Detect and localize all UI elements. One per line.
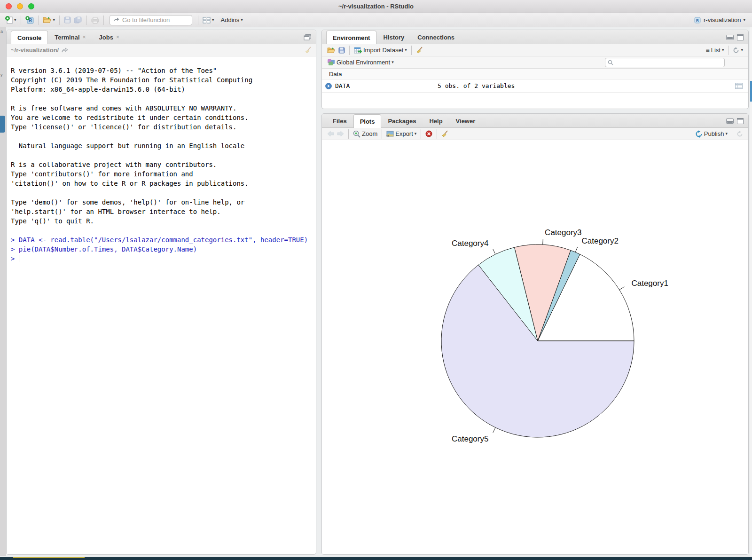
console-output-line: Platform: x86_64-apple-darwin15.6.0 (64-… [11,85,312,94]
tab-help[interactable]: Help [423,114,449,127]
tab-label: Jobs [99,34,113,41]
console-output-line [11,132,312,141]
working-directory: ~/r-visualization/ [11,47,59,54]
new-project-icon: R [25,16,34,24]
console-output[interactable]: R version 3.6.1 (2019-07-05) -- "Action … [7,56,316,263]
list-label: List [711,47,721,54]
expand-object-icon[interactable] [325,83,332,89]
save-workspace-button[interactable] [337,46,346,55]
environment-scope-selector[interactable]: Global Environment ▾ [326,58,395,67]
background-text-fragment: y [0,72,3,77]
pie-label-tick [575,247,578,252]
project-name: r-visualization [704,16,741,24]
workspace-panes-button[interactable]: ▾ [201,16,216,24]
addins-label: Addins [221,16,240,24]
goto-file-placeholder: Go to file/function [122,16,170,24]
forward-arrow-icon [337,131,344,137]
window-title: ~/r-visualization - RStudio [0,3,752,10]
import-dataset-icon [354,47,362,54]
console-output-line: 'help.start()' for an HTML browser inter… [11,207,312,216]
clear-console-broom-icon[interactable] [305,47,312,54]
publish-plot-button[interactable]: Publish ▾ [694,129,729,139]
refresh-icon [733,47,739,54]
zoom-plot-button[interactable]: Zoom [352,129,379,139]
import-dataset-label: Import Dataset [363,47,403,54]
tab-viewer[interactable]: Viewer [449,114,482,127]
plots-pane: FilesPlotsPackagesHelpViewer [321,113,749,555]
minimize-pane-icon[interactable] [726,118,734,124]
pie-label-category5: Category5 [452,434,488,443]
tab-terminal[interactable]: Terminal× [48,30,92,44]
save-icon [338,47,345,54]
tab-console[interactable]: Console [11,31,48,44]
tab-files[interactable]: Files [326,114,353,127]
display-mode-button[interactable]: ≡ List ▾ [705,46,726,55]
environment-object-row[interactable]: DATA5 obs. of 2 variables [322,79,748,93]
toolbar-divider [198,16,198,25]
tab-history[interactable]: History [376,30,411,44]
tab-plots[interactable]: Plots [353,114,382,128]
tab-environment[interactable]: Environment [326,31,376,44]
print-button[interactable] [90,16,101,24]
clear-all-plots-button[interactable] [440,129,450,138]
addins-button[interactable]: Addins ▾ [219,16,244,24]
maximize-pane-icon[interactable] [304,34,311,40]
refresh-plot-button[interactable] [735,130,744,138]
next-plot-button[interactable] [336,130,345,138]
goto-directory-icon[interactable] [62,47,68,53]
back-arrow-icon [327,131,334,137]
tab-jobs[interactable]: Jobs× [93,30,126,44]
chevron-down-icon: ▾ [743,18,745,22]
maximize-pane-icon[interactable] [737,34,744,40]
remove-plot-icon [425,130,432,137]
tab-label: Connections [417,34,454,41]
console-pane: ConsoleTerminal×Jobs× ~/r-visualization/… [6,30,316,555]
object-value: 5 obs. of 2 variables [438,82,515,89]
tab-label: Packages [388,118,416,125]
text-cursor [19,255,20,262]
export-plot-button[interactable]: Export ▾ [385,129,418,138]
new-project-button[interactable]: R [24,15,35,25]
save-icon [64,16,71,24]
chevron-down-icon: ▾ [241,18,243,22]
view-table-icon[interactable] [735,83,743,89]
chevron-down-icon: ▾ [725,132,728,136]
import-dataset-button[interactable]: Import Dataset ▾ [352,46,408,55]
toolbar-divider [21,16,21,25]
chevron-down-icon: ▾ [392,60,394,64]
tab-packages[interactable]: Packages [381,114,423,127]
tab-label: Console [17,34,41,41]
remove-plot-button[interactable] [424,129,434,138]
new-file-icon [5,16,13,24]
tab-label: Terminal [55,34,79,41]
minimize-pane-icon[interactable] [726,35,734,40]
project-selector[interactable]: R r-visualization ▾ [691,16,748,25]
clear-objects-button[interactable] [415,46,424,55]
console-output-line [11,226,312,235]
pie-label-category4: Category4 [452,239,488,248]
environment-search-input[interactable] [605,58,725,67]
close-icon[interactable]: × [83,34,86,40]
chevron-down-icon: ▾ [212,18,214,22]
environment-tabbar: EnvironmentHistoryConnections [322,30,748,44]
plots-tabbar: FilesPlotsPackagesHelpViewer [322,114,748,128]
goto-file-input[interactable]: Go to file/function [110,15,192,25]
save-all-button[interactable] [72,16,84,24]
maximize-pane-icon[interactable] [737,118,744,124]
pie-label-category3: Category3 [545,228,581,237]
console-output-line: Copyright (C) 2019 The R Foundation for … [11,75,312,85]
previous-plot-button[interactable] [326,130,336,138]
environment-toolbar: Import Dataset ▾ ≡ List ▾ ▾ [322,44,748,56]
tab-connections[interactable]: Connections [411,30,461,44]
load-workspace-button[interactable] [326,46,337,55]
export-label: Export [395,130,413,137]
open-file-button[interactable]: ▾ [41,16,57,24]
refresh-environment-button[interactable]: ▾ [731,46,744,55]
plot-canvas: Category1Category2Category3Category4Cate… [322,140,748,555]
pie-label-tick [543,239,543,245]
close-icon[interactable]: × [116,34,119,40]
tab-label: Help [429,118,442,125]
publish-icon [695,130,703,138]
save-button[interactable] [63,16,72,24]
new-file-button[interactable]: ▾ [4,15,18,25]
